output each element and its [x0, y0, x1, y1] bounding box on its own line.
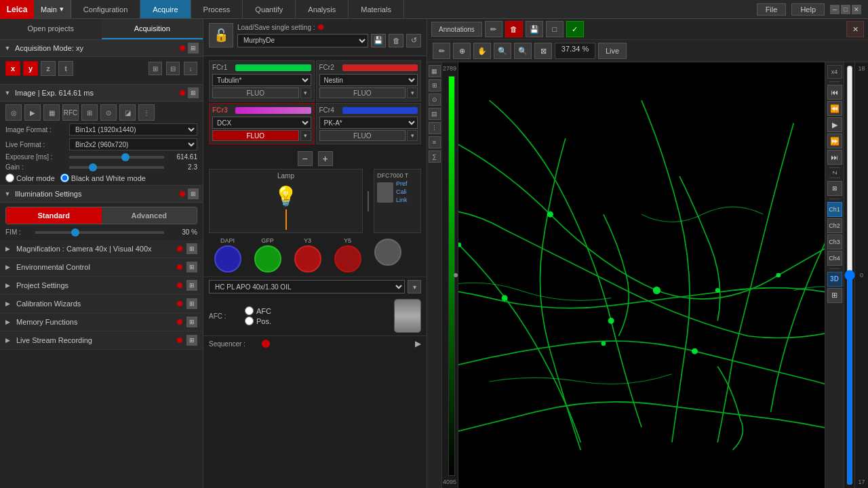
- mem-expand[interactable]: ⊞: [186, 317, 197, 327]
- channel-tool[interactable]: ▤: [429, 108, 441, 120]
- more-icon[interactable]: ⋮: [138, 104, 155, 121]
- save-setting-button[interactable]: 💾: [371, 34, 386, 47]
- annotate-rect-button[interactable]: □: [546, 21, 564, 37]
- nav-next-button[interactable]: ⏩: [827, 134, 842, 148]
- extra-circle[interactable]: [374, 239, 401, 266]
- live-icon[interactable]: ▶: [24, 104, 41, 121]
- gain-slider[interactable]: [69, 166, 164, 169]
- axis-x-button[interactable]: x: [5, 61, 20, 76]
- illumination-header[interactable]: ▼ Illumination Settings ⊞: [0, 185, 203, 203]
- tab-configuration[interactable]: Configuration: [71, 0, 140, 18]
- gfp-circle[interactable]: [254, 245, 281, 272]
- help-button[interactable]: Help: [791, 3, 825, 16]
- annotate-pen-button[interactable]: ✏: [485, 21, 502, 37]
- annotations-button[interactable]: Annotations: [431, 22, 482, 37]
- afc-option2-radio[interactable]: [245, 317, 254, 325]
- lut-tool[interactable]: ⊞: [429, 79, 441, 92]
- acquisition-mode-header[interactable]: ▼ Acquisition Mode: xy ⊞: [0, 39, 203, 57]
- annotate-save-button[interactable]: 💾: [526, 21, 543, 37]
- overlay-tool[interactable]: ≡: [429, 136, 441, 148]
- fcr1-dye-select[interactable]: Tubulin*: [212, 74, 311, 86]
- calibration-wizards-item[interactable]: ▶ Calibration Wizards ⊞: [0, 295, 203, 313]
- cal-expand[interactable]: ⊞: [186, 298, 197, 309]
- color-tool[interactable]: ⊙: [429, 94, 441, 106]
- dfc-cali-link[interactable]: Cali: [396, 188, 408, 195]
- fcr1-fluo-dropdown[interactable]: ▾: [300, 87, 311, 98]
- memory-functions-item[interactable]: ▶ Memory Functions ⊞: [0, 313, 203, 331]
- afc-option1-radio[interactable]: [245, 306, 254, 315]
- tab-quantify[interactable]: Quantify: [243, 0, 296, 18]
- focus-slider[interactable]: [845, 65, 854, 485]
- color-mode-option[interactable]: Color mode: [5, 174, 55, 182]
- live-format-select[interactable]: Bin2x2 (960x720): [69, 138, 197, 150]
- environmental-control-item[interactable]: ▶ Environmental Control ⊞: [0, 258, 203, 277]
- standard-mode-button[interactable]: Standard: [6, 207, 102, 224]
- zoom-in-button[interactable]: 🔍: [494, 43, 511, 59]
- tab-open-projects[interactable]: Open projects: [0, 19, 102, 39]
- pan-button[interactable]: ✋: [473, 43, 491, 59]
- close-button[interactable]: ✕: [852, 5, 861, 14]
- ch2-button[interactable]: Ch2: [827, 218, 842, 233]
- env-expand[interactable]: ⊞: [186, 262, 197, 272]
- tile-mode-icon[interactable]: ⊟: [166, 62, 180, 75]
- annotate-check-button[interactable]: ✓: [566, 21, 584, 37]
- fcr1-fluo-button[interactable]: FLUO: [212, 87, 299, 98]
- fcr3-dye-select[interactable]: DCX: [212, 117, 311, 129]
- crosshair-button[interactable]: ⊕: [453, 43, 471, 59]
- axis-t-button[interactable]: t: [58, 61, 73, 76]
- y3-circle[interactable]: [294, 245, 321, 272]
- live-viewer-button[interactable]: Live: [598, 43, 627, 59]
- process-tool[interactable]: ⋮: [429, 122, 441, 134]
- axis-z-button[interactable]: z: [41, 61, 56, 76]
- magnification-item[interactable]: ▶ Magnification : Camera 40x | Visual 40…: [0, 240, 203, 258]
- dfc-pref-link[interactable]: Pref: [396, 180, 408, 187]
- maximize-button[interactable]: □: [841, 5, 850, 14]
- acq-mode-expand[interactable]: ⊞: [188, 43, 199, 54]
- ch3-button[interactable]: Ch3: [827, 235, 842, 249]
- stack-mode-icon[interactable]: ↓: [184, 62, 197, 75]
- tab-acquire[interactable]: Acquire: [140, 0, 191, 18]
- color-icon[interactable]: ⊙: [100, 104, 117, 121]
- objective-select[interactable]: HC PL APO 40x/1.30 OIL: [209, 280, 405, 293]
- main-dropdown[interactable]: Main ▾: [34, 0, 71, 18]
- remove-channel-button[interactable]: −: [298, 151, 313, 166]
- stats-tool[interactable]: ∑: [429, 150, 441, 163]
- proj-expand[interactable]: ⊞: [186, 280, 197, 291]
- 3d-button[interactable]: 3D: [827, 272, 842, 287]
- tab-acquisition[interactable]: Acquisition: [102, 19, 203, 39]
- delete-setting-button[interactable]: 🗑: [389, 34, 403, 47]
- nav-last-button[interactable]: ⏭: [827, 150, 842, 165]
- measurement-button[interactable]: ⊞: [827, 288, 842, 303]
- tab-materials[interactable]: Materials: [349, 0, 404, 18]
- color-mode-radio[interactable]: [5, 174, 14, 182]
- fcr2-fluo-button[interactable]: FLUO: [319, 87, 406, 98]
- fcr2-dye-select[interactable]: Nestin: [319, 74, 418, 86]
- tab-analysis[interactable]: Analysis: [296, 0, 349, 18]
- mag-expand[interactable]: ⊞: [186, 243, 197, 254]
- illum-expand[interactable]: ⊞: [188, 188, 199, 199]
- histogram-tool[interactable]: ▦: [429, 65, 441, 77]
- nav-play-button[interactable]: ▶: [827, 117, 842, 132]
- fcr4-dye-select[interactable]: PK-A*: [319, 117, 418, 129]
- bw-icon[interactable]: ◪: [119, 104, 136, 121]
- hist-icon[interactable]: ▦: [43, 104, 60, 121]
- grid-mode-icon[interactable]: ⊞: [149, 62, 162, 75]
- loadsave-select[interactable]: MurphyDe: [237, 34, 368, 47]
- img-expand[interactable]: ⊞: [188, 87, 199, 98]
- live-stream-item[interactable]: ▶ Live Stream Recording ⊞: [0, 331, 203, 350]
- minimize-button[interactable]: ─: [830, 5, 840, 14]
- axis-y-button[interactable]: y: [23, 61, 38, 76]
- fcr2-fluo-dropdown[interactable]: ▾: [407, 87, 418, 98]
- dfc-link-link[interactable]: Link: [396, 197, 408, 203]
- fcr3-fluo-button[interactable]: FLUO: [212, 130, 299, 141]
- reset-setting-button[interactable]: ↺: [406, 34, 421, 47]
- add-channel-button[interactable]: +: [318, 151, 333, 166]
- dapi-circle[interactable]: [214, 245, 241, 272]
- bw-mode-radio[interactable]: [60, 174, 69, 182]
- fcr4-fluo-button[interactable]: FLUO: [319, 130, 406, 141]
- zoom-4x-button[interactable]: x4: [827, 65, 842, 79]
- sequencer-arrow[interactable]: ▶: [415, 339, 421, 348]
- fim-slider[interactable]: [35, 231, 164, 234]
- zoom-out-button[interactable]: 🔍: [514, 43, 532, 59]
- lock-icon-button[interactable]: 🔓: [209, 23, 233, 47]
